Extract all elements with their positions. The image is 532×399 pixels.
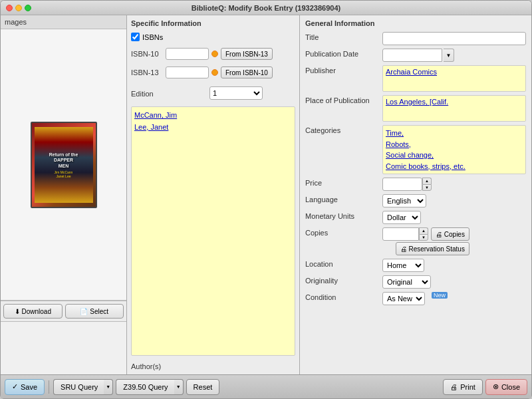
close-x-icon: ⊗: [493, 382, 499, 391]
place-link[interactable]: Los Angeles, [Calif.: [386, 98, 448, 106]
reservation-button[interactable]: 🖨 Reservation Status: [396, 242, 469, 255]
close-dot[interactable]: [6, 5, 13, 11]
publisher-row: Publisher Archaia Comics: [305, 65, 526, 92]
title-input[interactable]: The return of the Dapper Men: [382, 32, 526, 45]
copies-spinner: ▲ ▼: [419, 227, 428, 241]
isbn10-label: ISBN-10: [131, 50, 163, 58]
window-title: BiblioteQ: Modify Book Entry (1932386904…: [192, 4, 340, 12]
place-area[interactable]: Los Angeles, [Calif.: [382, 95, 526, 122]
isbn10-status-dot: [211, 51, 218, 57]
monetary-row: Monetary Units Dollar Euro Pound Yen: [305, 211, 526, 224]
categories-label: Categories: [305, 125, 378, 134]
download-icon: ⬇: [15, 308, 20, 315]
edition-row: Edition 1 2 3: [131, 86, 295, 100]
cat-social[interactable]: Social change,: [386, 150, 523, 161]
edition-select[interactable]: 1 2 3: [209, 86, 263, 100]
maximize-dot[interactable]: [25, 5, 31, 11]
main-content: mages Return of theDAPPERMEN Jim McCannJ…: [1, 15, 531, 374]
copies-input-row: 1 ▲ ▼ 🖨 Copies: [382, 227, 469, 241]
download-button[interactable]: ⬇ Download: [3, 304, 63, 319]
isbn10-input[interactable]: 1932386: [166, 48, 209, 60]
image-buttons: ⬇ Download 📄 Select: [1, 301, 126, 321]
isbn13-row: ISBN-13 9781932 From ISBN-10: [131, 66, 295, 78]
authors-list: McCann, Jim Lee, Janet: [131, 106, 295, 356]
copies-wrap: 1 ▲ ▼ 🖨 Copies 🖨: [382, 227, 469, 255]
condition-select[interactable]: As New Fine Good Fair Poor: [382, 292, 425, 305]
isbn13-label: ISBN-13: [131, 68, 163, 76]
reservation-wrap: 🖨 Reservation Status: [382, 242, 469, 255]
isbn13-input[interactable]: 9781932: [166, 66, 209, 78]
cat-time[interactable]: Time,: [386, 128, 523, 139]
checkmark-icon: ✓: [12, 382, 18, 391]
isbn13-status-dot: [211, 69, 218, 76]
extra-image-area: [1, 321, 126, 374]
place-row: Place of Publication Los Angeles, [Calif…: [305, 95, 526, 122]
window-controls: [6, 5, 31, 11]
title-row: Title The return of the Dapper Men: [305, 32, 526, 45]
copies-label: Copies: [305, 227, 378, 237]
pubdate-input[interactable]: 2010-01-01: [382, 49, 442, 62]
copies-spin-up[interactable]: ▲: [419, 227, 428, 234]
sru-query-button[interactable]: SRU Query: [53, 379, 104, 395]
copies-button[interactable]: 🖨 Copies: [431, 227, 469, 241]
price-label: Price: [305, 178, 378, 187]
close-button[interactable]: ⊗ Close: [485, 379, 527, 395]
pubdate-arrow[interactable]: ▼: [444, 49, 454, 62]
authors-label: Author(s): [131, 362, 295, 370]
isbn10-convert-button[interactable]: From ISBN-13: [221, 48, 273, 60]
authors-area: McCann, Jim Lee, Janet: [131, 106, 295, 356]
cover-title-text: Return of theDAPPERMEN: [48, 151, 80, 170]
isbns-label: ISBNs: [142, 33, 163, 41]
location-select[interactable]: Home Branch Archive: [382, 259, 424, 272]
book-cover-inner: Return of theDAPPERMEN Jim McCannJanet L…: [35, 127, 93, 203]
price-row: Price 0.00 ▲ ▼: [305, 178, 526, 191]
price-spin-down[interactable]: ▼: [422, 184, 432, 192]
sep1: [49, 380, 49, 394]
bottom-toolbar: ✓ Save SRU Query ▼ Z39.50 Query ▼ Reset …: [1, 374, 531, 398]
select-button[interactable]: 📄 Select: [65, 304, 124, 319]
copies-spin-down[interactable]: ▼: [419, 234, 428, 241]
z3950-query-button[interactable]: Z39.50 Query: [116, 379, 174, 395]
categories-area[interactable]: Time, Robots, Social change, Comic books…: [382, 125, 526, 174]
reset-button[interactable]: Reset: [186, 379, 220, 395]
copies-row: Copies 1 ▲ ▼ 🖨 Copies: [305, 227, 526, 255]
location-row: Location Home Branch Archive: [305, 259, 526, 272]
isbns-checkbox[interactable]: [131, 33, 140, 41]
new-badge: New: [432, 292, 448, 299]
cover-subtitle-text: Jim McCannJanet Lee: [55, 170, 73, 178]
language-select[interactable]: English French German Spanish: [382, 194, 426, 207]
publisher-area[interactable]: Archaia Comics: [382, 65, 526, 92]
price-input[interactable]: 0.00: [382, 178, 422, 191]
author-mccann[interactable]: McCann, Jim: [134, 110, 292, 122]
edition-label: Edition: [131, 88, 204, 98]
place-label: Place of Publication: [305, 95, 378, 104]
monetary-label: Monetary Units: [305, 211, 378, 220]
cat-robots[interactable]: Robots,: [386, 139, 523, 150]
titlebar: BiblioteQ: Modify Book Entry (1932386904…: [1, 1, 531, 15]
sru-dropdown[interactable]: ▼: [104, 379, 113, 395]
price-spin-up[interactable]: ▲: [422, 178, 432, 184]
isbns-checkbox-row: ISBNs: [131, 33, 295, 41]
author-lee[interactable]: Lee, Janet: [134, 122, 292, 134]
z3950-dropdown[interactable]: ▼: [174, 379, 184, 395]
monetary-select[interactable]: Dollar Euro Pound Yen: [382, 211, 421, 224]
location-label: Location: [305, 259, 378, 268]
originality-select[interactable]: Original Reprint Facsimile: [382, 275, 431, 289]
publisher-link[interactable]: Archaia Comics: [386, 68, 437, 76]
originality-row: Originality Original Reprint Facsimile: [305, 275, 526, 289]
minimize-dot[interactable]: [15, 5, 22, 11]
left-panel: mages Return of theDAPPERMEN Jim McCannJ…: [1, 15, 127, 374]
originality-label: Originality: [305, 275, 378, 285]
pubdate-wrap: 2010-01-01 ▼: [382, 49, 454, 62]
isbn13-convert-button[interactable]: From ISBN-10: [221, 66, 273, 78]
specific-info-label: Specific Information: [131, 19, 295, 27]
copies-input[interactable]: 1: [382, 227, 419, 241]
cat-comics[interactable]: Comic books, strips, etc.: [386, 161, 523, 172]
image-area: Return of theDAPPERMEN Jim McCannJanet L…: [1, 29, 126, 301]
condition-row: Condition As New Fine Good Fair Poor New: [305, 292, 526, 305]
publisher-label: Publisher: [305, 65, 378, 74]
title-label: Title: [305, 32, 378, 41]
print-button[interactable]: 🖨 Print: [443, 379, 483, 395]
middle-panel: Specific Information ISBNs ISBN-10 19323…: [127, 15, 300, 374]
save-button[interactable]: ✓ Save: [5, 379, 45, 395]
